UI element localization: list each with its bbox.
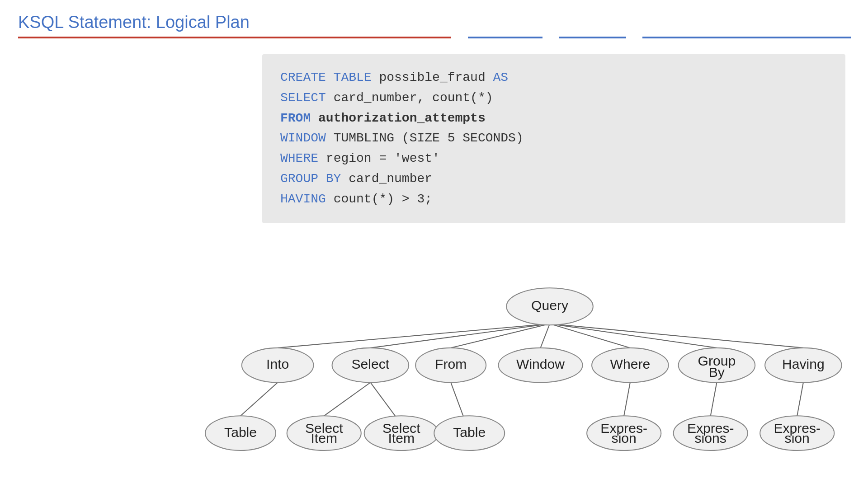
edge-select-item1 [324,382,371,416]
code-line-2: SELECT card_number, count(*) [280,88,827,108]
code-line-3: FROM authorization_attempts [280,108,827,129]
edge-into-table [241,382,278,416]
keyword-select: SELECT [280,91,326,105]
edge-query-select [370,324,550,348]
code-line-5: WHERE region = 'west' [280,149,827,169]
keyword-create: CREATE TABLE [280,70,372,84]
keyword-groupby: GROUP BY [280,172,341,186]
label-expression2-line2: sion [785,431,810,446]
code-line-4: WINDOW TUMBLING (SIZE 5 SECONDS) [280,128,827,149]
label-table1: Table [224,425,257,440]
from-table: authorization_attempts [318,111,486,125]
label-expressions-line2: sions [695,431,726,446]
edge-having-expression [797,382,803,416]
code-block: CREATE TABLE possible_fraud AS SELECT ca… [262,54,845,223]
keyword-having: HAVING [280,192,326,206]
code-line-7: HAVING count(*) > 3; [280,189,827,210]
code-line-1: CREATE TABLE possible_fraud AS [280,68,827,88]
header-section: KSQL Statement: Logical Plan [18,13,868,38]
edge-query-groupby [550,324,717,348]
label-query: Query [531,298,568,313]
diagram-section: Query Into Select From Window Where Grou… [203,258,859,479]
tree-diagram-svg: Query Into Select From Window Where Grou… [203,258,859,479]
label-where: Where [610,357,651,371]
label-select: Select [352,357,390,371]
label-having: Having [782,357,825,371]
label-expression1-line2: sion [612,431,637,446]
edge-query-from [451,324,550,348]
edge-query-having [550,324,803,348]
edge-query-window [541,324,550,348]
label-from: From [435,357,467,371]
edge-query-into [278,324,550,348]
label-selectitem1-line2: Item [311,431,337,446]
label-window: Window [516,357,565,371]
edge-groupby-expressions [711,382,717,416]
label-into: Into [266,357,289,371]
label-selectitem2-line2: Item [388,431,415,446]
label-groupby-line2: By [709,365,725,380]
keyword-as: AS [493,70,509,84]
edge-select-item2 [370,382,395,416]
code-line-6: GROUP BY card_number [280,169,827,189]
edge-from-table [451,382,463,416]
page-title: KSQL Statement: Logical Plan [18,13,868,32]
keyword-where: WHERE [280,151,318,165]
edge-where-expression [624,382,630,416]
keyword-window: WINDOW [280,131,326,145]
keyword-from: FROM [280,111,311,125]
label-table2: Table [453,425,486,440]
